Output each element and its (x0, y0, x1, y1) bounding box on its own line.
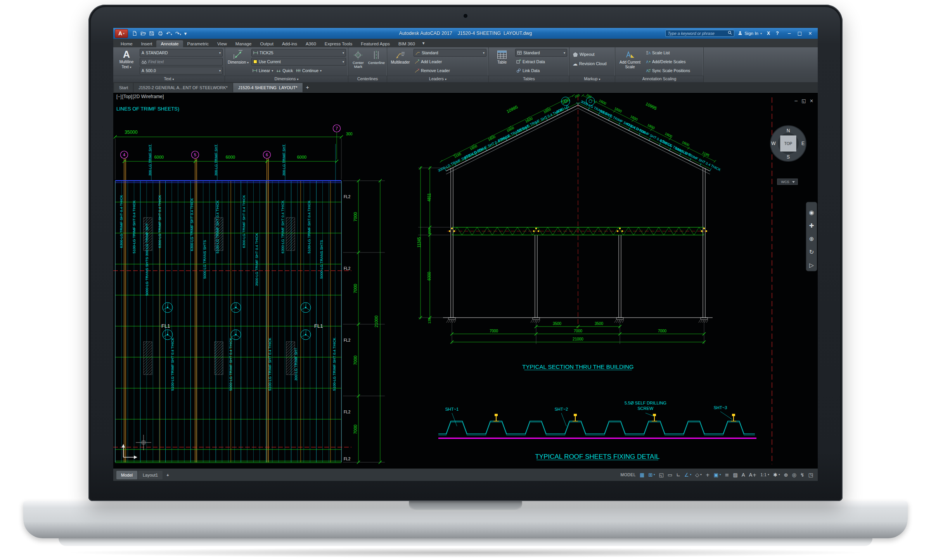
add-current-scale-button[interactable]: Add Current Scale (617, 49, 643, 75)
continue-dimension-button[interactable]: Continue▾ (295, 67, 323, 74)
dimensions-panel-footer[interactable]: Dimensions ▾ (225, 76, 348, 82)
table-button[interactable]: Table (491, 49, 513, 75)
new-layout-button[interactable]: + (163, 473, 172, 477)
full-navigation-wheel-icon[interactable]: ◉ (809, 209, 814, 216)
snap-mode-icon[interactable]: ⊞▾ (648, 472, 655, 477)
centerline-button[interactable]: Centerline (368, 49, 385, 75)
scale-list-button[interactable]: Scale List (645, 49, 701, 57)
sign-in-menu[interactable]: Sign In ▾ (738, 31, 762, 36)
autodesk-exchange-icon[interactable]: X (765, 31, 772, 36)
qnew-icon[interactable] (132, 31, 137, 36)
remove-leader-button[interactable]: Remove Leader (414, 67, 486, 74)
annotation-scale-button[interactable]: 1:1▾ (760, 473, 769, 477)
ribbon-tab-manage[interactable]: Manage (231, 40, 256, 47)
transparency-icon[interactable]: ▨ (733, 472, 737, 477)
annotation-monitor-icon[interactable]: ⊕ (784, 472, 788, 477)
workspace-switching-icon[interactable]: ✱▾ (773, 472, 780, 477)
add-leader-button[interactable]: Add Leader (414, 58, 486, 66)
extract-data-button[interactable]: Extract Data (515, 58, 567, 66)
qat-customize-icon[interactable]: ▾ (184, 31, 187, 36)
plot-icon[interactable] (157, 31, 163, 36)
model-tab[interactable]: Model (116, 471, 137, 479)
minimize-button[interactable]: − (784, 29, 794, 38)
annotation-visibility-icon[interactable]: A (742, 472, 745, 477)
table-style-dropdown[interactable]: Standard ▾ (515, 49, 567, 57)
ribbon-tab-add-ins[interactable]: Add-ins (278, 40, 301, 47)
wipeout-button[interactable]: Wipeout (571, 50, 613, 58)
redo-icon[interactable]: ↷▾ (175, 31, 181, 36)
text-style-dropdown[interactable]: A STANDARD ▾ (140, 49, 223, 57)
markup-panel-footer[interactable]: Markup ▾ (569, 76, 615, 82)
ribbon-collapse-icon[interactable]: ▾ (422, 40, 425, 47)
find-text-input[interactable] (148, 59, 221, 64)
open-icon[interactable] (140, 31, 146, 36)
add-delete-scales-button[interactable]: Add/Delete Scales (645, 58, 701, 66)
grid-display-icon[interactable]: ▦ (640, 472, 644, 477)
ortho-mode-icon[interactable]: ∟ (676, 472, 680, 477)
infocenter-search[interactable] (665, 30, 734, 37)
dim-layer-dropdown[interactable]: Use Current ▾ (251, 58, 346, 66)
text-panel-footer[interactable]: Text ▾ (113, 76, 225, 82)
search-icon[interactable] (728, 31, 732, 36)
viewport-restore-icon[interactable]: ◱ (801, 98, 806, 104)
ribbon-tab-express-tools[interactable]: Express Tools (320, 40, 356, 47)
object-snap-tracking-icon[interactable]: + (706, 472, 710, 477)
clean-screen-icon[interactable]: ◳ (808, 472, 813, 477)
ribbon-tab-view[interactable]: View (213, 40, 231, 47)
undo-icon[interactable]: ↶▾ (166, 31, 172, 36)
linear-dimension-button[interactable]: Linear▾ (251, 67, 274, 74)
find-text-box[interactable] (140, 58, 223, 66)
ribbon-tab-output[interactable]: Output (256, 40, 278, 47)
isometric-drafting-icon[interactable]: ◇▾ (695, 472, 702, 477)
multileader-button[interactable]: Multileader (389, 49, 412, 75)
ribbon-tab-home[interactable]: Home (116, 40, 137, 47)
layout1-tab[interactable]: Layout1 (138, 471, 163, 479)
zoom-icon[interactable]: ⊕ (809, 235, 814, 242)
isolate-objects-icon[interactable]: ◎ (792, 472, 796, 477)
dim-style-dropdown[interactable]: TICK25 ▾ (251, 49, 346, 57)
infer-constraints-icon[interactable]: ◱ (659, 472, 664, 477)
wcs-dropdown[interactable]: WCS (777, 179, 798, 185)
dynamic-input-icon[interactable]: ▭ (668, 472, 672, 477)
graphics-performance-icon[interactable]: ↯ (800, 472, 805, 477)
leaders-panel-footer[interactable]: Leaders ▾ (387, 76, 488, 82)
application-menu-button[interactable]: A ▾ (115, 29, 128, 38)
ribbon-tab-a360[interactable]: A360 (301, 40, 320, 47)
model-space-button[interactable]: MODEL (621, 473, 636, 477)
ribbon-tab-annotate[interactable]: Annotate (156, 40, 183, 47)
quick-dimension-button[interactable]: Quick (275, 67, 294, 74)
multiline-text-button[interactable]: A Multiline Text ▾ (115, 49, 138, 75)
maximize-button[interactable]: □ (794, 29, 805, 38)
viewport-minimize-icon[interactable]: − (794, 98, 798, 104)
viewcube[interactable]: NWESTOP (770, 126, 806, 161)
ribbon-tab-insert[interactable]: Insert (137, 40, 157, 47)
ribbon-tab-featured-apps[interactable]: Featured Apps (356, 40, 394, 47)
close-button[interactable]: × (805, 29, 815, 38)
ribbon-tab-parametric[interactable]: Parametric (183, 40, 213, 47)
model-space-canvas[interactable]: NWESTOPWCS◉✚⊕↻▷−◱×LINES OF TRIMF SHEETS)… (113, 93, 818, 468)
center-mark-button[interactable]: Center Mark (350, 49, 366, 75)
sync-scale-positions-button[interactable]: Sync Scale Positions (645, 67, 701, 74)
lineweight-icon[interactable]: ≡ (725, 472, 729, 477)
showmotion-icon[interactable]: ▷ (809, 262, 814, 269)
link-data-button[interactable]: Link Data (515, 67, 567, 74)
document-tab[interactable]: J1520-4 SHEETING LAYOUT* (233, 83, 303, 92)
pan-icon[interactable]: ✚ (809, 222, 814, 229)
text-height-dropdown[interactable]: A 500.0 ▾ (140, 67, 223, 74)
viewport-controls-menu[interactable]: [−] (116, 94, 122, 99)
document-tab[interactable]: Start (114, 83, 133, 92)
viewport-view-menu[interactable]: [Top] (122, 94, 132, 99)
new-drawing-tab-button[interactable]: + (303, 83, 312, 92)
viewport-visual-style-menu[interactable]: [2D Wireframe] (133, 94, 164, 99)
mleader-style-dropdown[interactable]: Standard ▾ (414, 49, 486, 57)
dimension-button[interactable]: Dimension ▾ (227, 49, 249, 75)
revision-cloud-button[interactable]: ☁Revision Cloud (571, 60, 613, 67)
save-icon[interactable] (149, 31, 154, 36)
polar-tracking-icon[interactable]: ∠▾ (684, 472, 691, 477)
object-snap-icon[interactable]: ▣▾ (714, 472, 721, 477)
search-input[interactable] (668, 31, 728, 36)
viewport-close-icon[interactable]: × (810, 98, 813, 104)
orbit-icon[interactable]: ↻ (809, 249, 814, 256)
autoscale-icon[interactable]: A+ (749, 472, 757, 477)
ribbon-tab-bim-360[interactable]: BIM 360 (394, 40, 419, 47)
